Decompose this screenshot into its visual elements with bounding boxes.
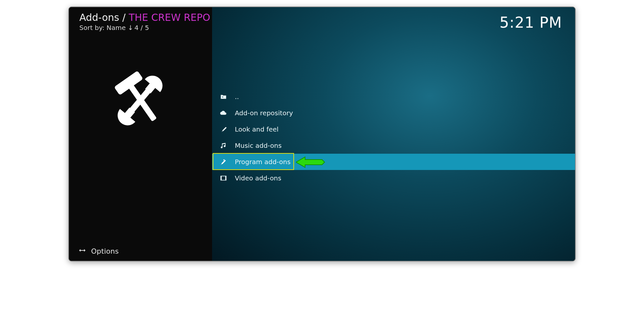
tools-icon [219,158,228,165]
list-item-music-addons[interactable]: Music add-ons [212,137,575,154]
list-item-label: Video add-ons [235,174,281,182]
cloud-icon [219,109,228,117]
video-icon [219,175,228,182]
sort-prefix: Sort by: [79,24,107,32]
app-window: Add-ons / THE CREW REPO Sort by: Name ↓ … [68,7,576,261]
sort-direction-icon[interactable]: ↓ [128,24,132,32]
breadcrumb: Add-ons / THE CREW REPO [69,7,212,24]
folder-back-icon [219,93,228,100]
options-button[interactable]: Options [78,246,119,256]
options-label: Options [91,247,119,255]
list-item-parent[interactable]: .. [212,89,575,105]
list-item-label: Program add-ons [235,158,290,166]
list-item-label: .. [235,93,239,101]
list-item-look-and-feel[interactable]: Look and feel [212,121,575,137]
svg-marker-3 [296,157,325,167]
clock: 5:21 PM [500,14,562,31]
list-item-addon-repository[interactable]: Add-on repository [212,105,575,121]
breadcrumb-root[interactable]: Add-ons [79,12,119,23]
list-item-video-addons[interactable]: Video add-ons [212,170,575,186]
paint-icon [219,126,228,133]
list-item-label: Look and feel [235,125,278,133]
sidebar: Add-ons / THE CREW REPO Sort by: Name ↓ … [69,7,212,261]
list-item-label: Music add-ons [235,142,282,149]
list-position: 4 / 5 [134,24,149,32]
main-panel: 5:21 PM .. Add-on repository Look and fe… [212,7,575,261]
sort-line: Sort by: Name ↓ 4 / 5 [69,24,212,32]
breadcrumb-separator: / [119,12,128,23]
breadcrumb-current: THE CREW REPO [129,12,210,23]
svg-rect-1 [114,71,143,95]
category-tools-icon [69,45,212,155]
music-icon [219,142,228,149]
annotation-arrow-icon [296,156,325,169]
options-icon [78,246,87,256]
list-item-label: Add-on repository [235,109,293,117]
list-item-program-addons[interactable]: Program add-ons [212,154,575,170]
svg-rect-5 [225,176,226,180]
svg-rect-4 [221,176,222,180]
sort-field[interactable]: Name [107,24,126,32]
category-list: .. Add-on repository Look and feel Music… [212,89,575,186]
